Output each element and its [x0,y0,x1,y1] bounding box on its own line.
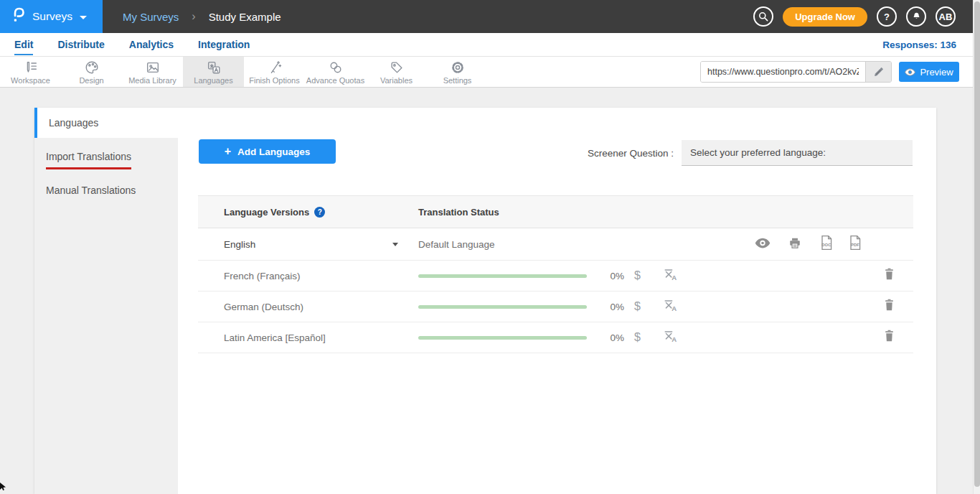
languages-sidebar: Languages Import Translations Manual Tra… [34,108,178,494]
toolbar-item-languages[interactable]: Languages [183,57,244,87]
finish-options-icon [267,60,283,75]
paid-translation-icon[interactable]: $ [634,269,641,282]
breadcrumb: My Surveys › Study Example [123,10,281,23]
variables-icon [389,60,405,75]
toolbar-item-advance-quotas[interactable]: Advance Quotas [305,57,366,87]
screener-question-select[interactable]: Select your preferred language: [682,140,913,166]
table-row-default-language: English Default Language [198,228,913,261]
print-icon[interactable] [788,236,802,253]
view-survey-icon[interactable] [755,238,771,251]
preview-button[interactable]: Preview [899,62,959,82]
auto-translate-icon[interactable]: A [664,330,677,345]
survey-url-input[interactable] [701,62,865,82]
toolbar-item-design[interactable]: Design [61,57,122,87]
sidebar-panel: Import Translations Manual Translations [34,138,178,494]
plus-icon: + [225,145,231,158]
avatar-initials: AB [939,11,953,22]
toolbar-item-workspace[interactable]: Workspace [0,57,61,87]
top-bar: Surveys My Surveys › Study Example Upgra… [0,0,980,33]
survey-nav: Edit Distribute Analytics Integration Re… [0,33,980,57]
table-row-language: German (Deutsch) 0% $ A [198,292,913,322]
edit-url-button[interactable] [865,62,891,82]
auto-translate-icon[interactable]: A [664,268,677,284]
languages-content: + Add Languages Screener Question : Sele… [178,108,936,494]
languages-icon [206,60,222,75]
paid-translation-icon[interactable]: $ [634,331,641,344]
breadcrumb-survey-title: Study Example [209,11,281,23]
svg-text:PDF: PDF [851,243,859,247]
toolbar-item-variables[interactable]: Variables [366,57,427,87]
language-rows: French (Français) 0% $ A German (Deutsch… [198,261,913,353]
languages-card: Languages Import Translations Manual Tra… [34,108,936,494]
column-language-versions: Language Versions [224,207,309,218]
upgrade-now-button[interactable]: Upgrade Now [783,7,867,27]
survey-url-box [700,61,892,83]
language-versions-table: Language Versions ? Translation Status E… [198,195,913,353]
media-library-icon [145,60,161,75]
language-name: Latin America [Español] [224,332,326,343]
tab-integration[interactable]: Integration [198,34,250,55]
language-name: German (Deutsch) [224,302,303,312]
translation-progress-bar [418,305,587,309]
page-background: Languages Import Translations Manual Tra… [0,88,980,494]
tab-edit[interactable]: Edit [14,34,33,55]
table-row-language: Latin America [Español] 0% $ A [198,322,913,353]
toolbar-item-media-library[interactable]: Media Library [122,57,183,87]
sidebar-item-languages[interactable]: Languages [34,108,178,138]
language-name: French (Français) [224,271,301,281]
svg-text:A: A [672,274,677,281]
preview-eye-icon [905,68,915,76]
tab-distribute[interactable]: Distribute [57,34,104,55]
search-icon [758,11,769,22]
question-mark-icon: ? [884,11,890,22]
screener-question-label: Screener Question : [588,148,674,159]
toolbar-item-settings[interactable]: Settings [427,57,488,87]
screener-question: Screener Question : Select your preferre… [588,140,913,166]
svg-text:A: A [672,335,677,342]
delete-language-icon[interactable] [884,330,895,345]
svg-text:DOC: DOC [821,243,831,247]
settings-icon [450,60,466,75]
delete-language-icon[interactable] [884,299,895,314]
auto-translate-icon[interactable]: A [664,299,677,314]
toolbar-item-finish-options[interactable]: Finish Options [244,57,305,87]
translation-progress-bar [418,336,587,340]
advance-quotas-icon [328,60,344,75]
edit-toolbar: Workspace Design Media Library [0,57,980,88]
translation-percent: 0% [594,302,624,312]
notifications-button[interactable] [906,6,926,27]
language-dropdown-caret-icon[interactable] [392,243,398,246]
breadcrumb-separator-icon: › [192,10,195,23]
paid-translation-icon[interactable]: $ [634,300,641,313]
translation-percent: 0% [594,271,624,281]
sidebar-item-import-translations[interactable]: Import Translations [46,151,131,169]
column-translation-status: Translation Status [418,207,499,218]
add-languages-button[interactable]: + Add Languages [199,139,336,164]
translation-progress-bar [418,274,587,278]
pencil-icon [873,67,884,78]
default-language-status: Default Language [418,239,495,250]
scrollbar-thumb[interactable] [974,1,980,487]
product-switcher[interactable]: Surveys [0,0,103,33]
help-button[interactable]: ? [877,6,897,27]
svg-text:A: A [672,304,677,312]
workspace-icon [23,60,39,75]
sidebar-item-manual-translations[interactable]: Manual Translations [46,185,136,196]
avatar[interactable]: AB [936,6,956,27]
delete-language-icon[interactable] [884,268,895,284]
page-scrollbar[interactable] [973,0,980,494]
help-icon[interactable]: ? [314,207,325,218]
topbar-actions: Upgrade Now ? AB [753,0,956,33]
tab-analytics[interactable]: Analytics [129,34,174,55]
export-pdf-icon[interactable]: PDF [848,235,862,253]
default-language-name: English [224,239,255,250]
export-doc-icon[interactable]: DOC [819,235,833,253]
breadcrumb-my-surveys[interactable]: My Surveys [123,11,179,23]
table-header: Language Versions ? Translation Status [198,195,913,228]
responses-count[interactable]: Responses: 136 [882,39,956,50]
product-name: Surveys [32,10,72,23]
questionpro-logo-icon [11,6,25,27]
search-button[interactable] [753,6,773,27]
table-row-language: French (Français) 0% $ A [198,261,913,292]
bell-icon [911,11,922,22]
